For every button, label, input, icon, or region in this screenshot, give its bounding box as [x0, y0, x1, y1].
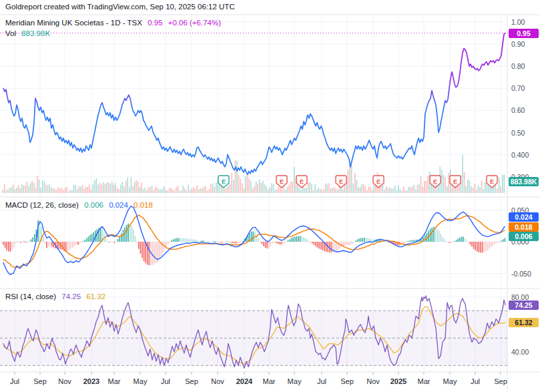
- volume-value: 883.98K: [21, 29, 50, 37]
- rsi-ma-badge: 61.32: [509, 318, 539, 327]
- macd-signal-value: 0.018: [133, 201, 153, 209]
- macd-hist-value: 0.006: [84, 201, 103, 209]
- macd-legend[interactable]: MACD (12, 26, close) 0.006 0.024 0.018: [5, 201, 156, 209]
- time-axis-tick: Mar: [101, 377, 127, 385]
- last-price-badge: 0.95: [509, 29, 539, 38]
- time-axis-tick: Sep: [178, 377, 205, 385]
- rsi-label: RSI (14, close): [5, 292, 56, 301]
- time-axis-tick: Nov: [360, 377, 386, 385]
- volume-legend[interactable]: Vol 883.98K: [5, 29, 53, 37]
- price-axis-tick: 1.00: [511, 18, 525, 26]
- price-axis-tick: 0.60: [511, 106, 525, 114]
- svg-text:E: E: [222, 178, 226, 185]
- svg-text:E: E: [280, 178, 284, 185]
- earnings-marker-icon[interactable]: E: [276, 176, 287, 188]
- price-change-value: +0.06 (+6.74%): [168, 19, 221, 27]
- macd-hist-badge: 0.006: [509, 232, 539, 241]
- time-axis-tick: Jul: [152, 377, 179, 385]
- rsi-value: 74.25: [61, 292, 81, 301]
- svg-text:E: E: [433, 178, 437, 185]
- svg-text:E: E: [490, 178, 494, 185]
- price-axis-tick: 0.90: [511, 40, 525, 48]
- time-axis-tick: Jul: [308, 377, 335, 385]
- price-axis-tick: 0.400: [511, 151, 529, 159]
- time-axis-tick: Jul: [462, 377, 489, 385]
- time-axis-tick: Mar: [411, 377, 437, 385]
- time-axis-tick: May: [437, 377, 463, 385]
- macd-line: [3, 206, 505, 275]
- macd-axis-tick: -0.050: [511, 270, 531, 278]
- svg-text:E: E: [376, 178, 380, 185]
- time-axis-tick: Sep: [487, 377, 514, 385]
- price-axis-tick: 0.50: [511, 129, 525, 137]
- time-axis-tick: Jul: [1, 377, 28, 385]
- time-axis-tick: 2024: [231, 377, 258, 385]
- time-axis-tick: Nov: [51, 377, 78, 385]
- time-axis-tick: May: [281, 377, 308, 385]
- chart-canvas[interactable]: EEEEEEEE: [0, 0, 540, 392]
- time-axis-tick: Nov: [204, 377, 231, 385]
- time-axis-tick: 2025: [385, 377, 412, 385]
- symbol-title[interactable]: Meridian Mining UK Societas - 1D - TSX: [5, 19, 142, 27]
- svg-text:E: E: [453, 178, 457, 185]
- price-axis-tick: 0.80: [511, 62, 525, 70]
- price-legend[interactable]: Meridian Mining UK Societas - 1D - TSX 0…: [5, 19, 224, 27]
- macd-line-value: 0.024: [109, 201, 128, 209]
- macd-signal-badge: 0.018: [509, 222, 539, 232]
- tradingview-chart-screenshot: Goldreport created with TradingView.com,…: [0, 0, 540, 392]
- last-price-value: 0.95: [148, 19, 162, 27]
- rsi-legend[interactable]: RSI (14, close) 74.25 61.32: [5, 292, 109, 301]
- time-axis-tick: Sep: [334, 377, 360, 385]
- time-axis-tick: Mar: [256, 377, 282, 385]
- price-axis-tick: 0.70: [511, 84, 525, 92]
- price-line: [3, 33, 505, 175]
- volume-label: Vol: [5, 29, 16, 37]
- rsi-axis-tick: 40.00: [511, 348, 529, 356]
- svg-text:E: E: [300, 178, 304, 185]
- volume-badge: 883.98K: [509, 177, 539, 186]
- time-axis-tick: May: [127, 377, 154, 385]
- rsi-value-badge: 74.25: [509, 301, 539, 310]
- rsi-ma-value: 61.32: [86, 292, 105, 301]
- macd-value-badge: 0.024: [509, 212, 539, 222]
- svg-text:E: E: [339, 178, 343, 185]
- time-axis-tick: Sep: [27, 377, 53, 385]
- macd-label: MACD (12, 26, close): [5, 201, 79, 209]
- rsi-axis-tick: 80.00: [511, 293, 529, 301]
